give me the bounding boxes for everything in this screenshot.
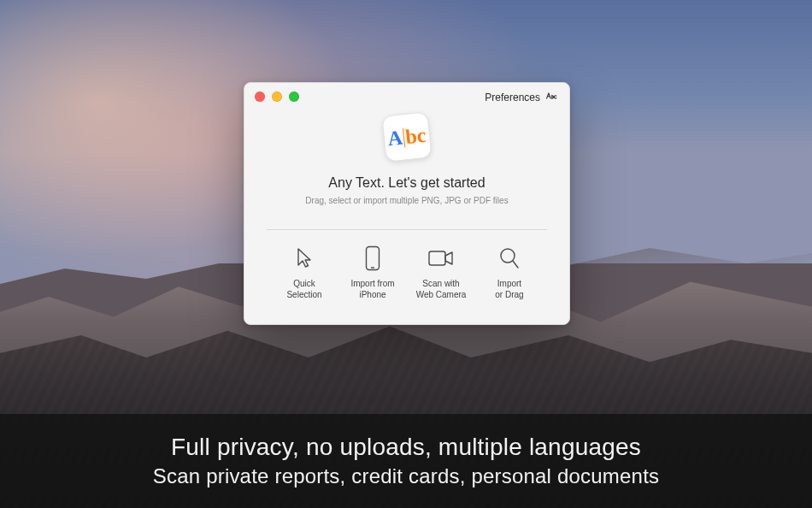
app-window: Preferences Abc Any Text. Let's get star… [244,82,570,325]
actions-row: Quick Selection Import from iPhone [244,242,569,304]
window-close-button[interactable] [255,92,265,102]
hero-section: Abc Any Text. Let's get started Drag, se… [244,110,569,219]
promo-caption: Full privacy, no uploads, multiple langu… [0,414,812,508]
quick-selection-button[interactable]: Quick Selection [270,242,338,304]
import-iphone-label: Import from iPhone [350,278,394,300]
quick-selection-label: Quick Selection [286,278,321,300]
preferences-label: Preferences [485,92,540,103]
magnifier-icon [498,245,521,271]
scan-camera-button[interactable]: Scan with Web Camera [407,242,475,304]
svg-rect-0 [367,247,380,270]
app-icon-text: Abc [386,125,427,150]
scan-camera-label: Scan with Web Camera [416,278,467,300]
import-drag-button[interactable]: Import or Drag [475,242,544,304]
promo-line-2: Scan private reports, credit cards, pers… [153,464,659,488]
import-drag-label: Import or Drag [495,278,523,300]
preferences-icon [545,90,557,104]
window-zoom-button[interactable] [289,92,299,102]
window-titlebar[interactable]: Preferences [244,83,569,110]
svg-rect-2 [429,251,445,265]
iphone-icon [364,245,381,271]
cursor-icon [293,245,315,271]
preferences-button[interactable]: Preferences [485,90,557,104]
divider [267,229,547,230]
camera-icon [427,245,455,271]
window-traffic-lights [255,92,299,102]
desktop-wallpaper: Preferences Abc Any Text. Let's get star… [0,0,812,508]
window-minimize-button[interactable] [272,92,282,102]
hero-subtitle: Drag, select or import multiple PNG, JPG… [305,196,508,205]
hero-title: Any Text. Let's get started [328,175,485,191]
import-iphone-button[interactable]: Import from iPhone [338,242,407,304]
promo-line-1: Full privacy, no uploads, multiple langu… [171,434,641,461]
svg-line-4 [513,261,518,268]
app-icon: Abc [381,111,432,162]
